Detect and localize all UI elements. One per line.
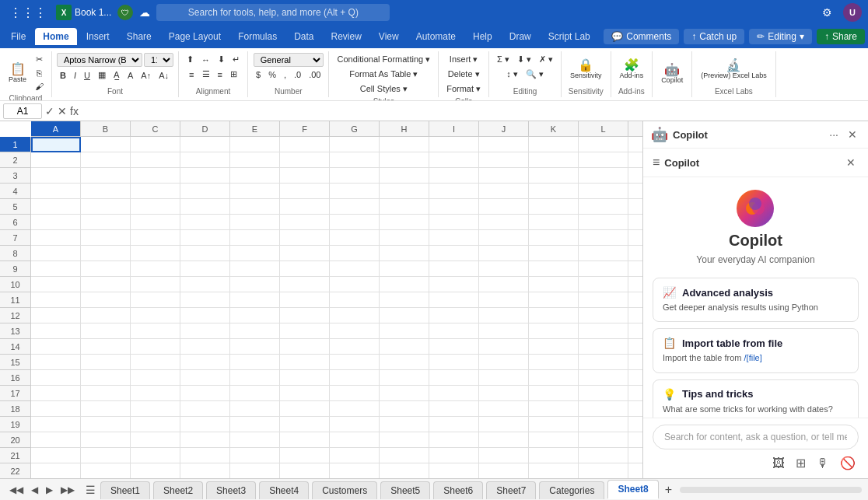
suggestion-card-2[interactable]: 💡 Tips and tricks What are some tricks f…	[653, 379, 859, 418]
cell-17-10[interactable]	[529, 386, 579, 401]
cell-22-7[interactable]	[380, 463, 429, 478]
cell-21-6[interactable]	[330, 448, 380, 463]
cell-14-11[interactable]	[579, 339, 628, 355]
cell-21-2[interactable]	[131, 448, 180, 463]
cell-18-9[interactable]	[479, 401, 529, 417]
cell-15-4[interactable]	[230, 355, 280, 370]
cell-2-6[interactable]	[330, 152, 380, 168]
cell-17-6[interactable]	[330, 386, 380, 401]
cell-14-9[interactable]	[479, 339, 529, 355]
cell-2-7[interactable]	[380, 152, 429, 168]
tab-view[interactable]: View	[371, 28, 407, 45]
cell-7-8[interactable]	[429, 230, 479, 246]
row-header-21[interactable]: 21	[0, 448, 30, 463]
cell-16-12[interactable]	[628, 370, 642, 386]
tab-home[interactable]: Home	[35, 28, 76, 45]
tab-script-lab[interactable]: Script Lab	[541, 28, 598, 45]
cell-1-7[interactable]	[380, 137, 429, 152]
col-header-c[interactable]: C	[131, 121, 180, 136]
row-header-4[interactable]: 4	[0, 184, 30, 199]
cell-15-11[interactable]	[579, 355, 628, 370]
cell-18-3[interactable]	[180, 401, 230, 417]
cell-7-0[interactable]	[31, 230, 81, 246]
cell-19-11[interactable]	[579, 417, 628, 432]
col-header-m[interactable]: M	[628, 121, 642, 136]
sensitivity-button[interactable]: 🔒Sensitivity	[566, 57, 606, 82]
cell-22-4[interactable]	[230, 463, 280, 478]
cell-9-1[interactable]	[81, 261, 131, 277]
cell-12-3[interactable]	[180, 308, 230, 323]
cell-19-7[interactable]	[380, 417, 429, 432]
cell-15-10[interactable]	[529, 355, 579, 370]
cell-8-11[interactable]	[579, 246, 628, 261]
row-header-9[interactable]: 9	[0, 261, 30, 277]
cell-18-12[interactable]	[628, 401, 642, 417]
row-header-13[interactable]: 13	[0, 323, 30, 339]
cell-13-8[interactable]	[429, 323, 479, 339]
row-header-6[interactable]: 6	[0, 215, 30, 230]
copilot-table-btn[interactable]: ⊞	[793, 454, 809, 472]
cell-14-0[interactable]	[31, 339, 81, 355]
cell-16-3[interactable]	[180, 370, 230, 386]
cell-16-9[interactable]	[479, 370, 529, 386]
cell-11-5[interactable]	[280, 292, 330, 308]
cell-7-5[interactable]	[280, 230, 330, 246]
cell-13-6[interactable]	[330, 323, 380, 339]
cell-7-11[interactable]	[579, 230, 628, 246]
cell-22-10[interactable]	[529, 463, 579, 478]
cell-15-6[interactable]	[330, 355, 380, 370]
cell-5-8[interactable]	[429, 199, 479, 215]
copilot-stop-btn[interactable]: 🚫	[837, 454, 859, 472]
cell-2-11[interactable]	[579, 152, 628, 168]
cell-8-6[interactable]	[330, 246, 380, 261]
delete-cell-button[interactable]: Delete ▾	[445, 68, 483, 81]
cell-8-5[interactable]	[280, 246, 330, 261]
align-top-button[interactable]: ⬆	[184, 53, 197, 66]
fill-color-button[interactable]: A̲	[110, 68, 123, 82]
cell-5-7[interactable]	[380, 199, 429, 215]
catchup-button[interactable]: ↑ Catch up	[684, 29, 744, 44]
cell-6-6[interactable]	[330, 215, 380, 230]
cell-8-0[interactable]	[31, 246, 81, 261]
cell-1-5[interactable]	[280, 137, 330, 152]
cell-13-3[interactable]	[180, 323, 230, 339]
cell-1-0[interactable]	[31, 137, 81, 152]
cell-9-5[interactable]	[280, 261, 330, 277]
cell-11-2[interactable]	[131, 292, 180, 308]
cell-9-3[interactable]	[180, 261, 230, 277]
cell-1-8[interactable]	[429, 137, 479, 152]
cell-19-1[interactable]	[81, 417, 131, 432]
cell-4-10[interactable]	[529, 184, 579, 199]
cell-20-3[interactable]	[180, 432, 230, 448]
percent-button[interactable]: %	[265, 68, 279, 81]
cell-11-0[interactable]	[31, 292, 81, 308]
cell-20-9[interactable]	[479, 432, 529, 448]
cell-20-10[interactable]	[529, 432, 579, 448]
row-header-5[interactable]: 5	[0, 199, 30, 215]
format-cell-button[interactable]: Format ▾	[443, 82, 484, 96]
cell-14-4[interactable]	[230, 339, 280, 355]
cell-14-3[interactable]	[180, 339, 230, 355]
cell-2-10[interactable]	[529, 152, 579, 168]
cell-21-11[interactable]	[579, 448, 628, 463]
cell-9-11[interactable]	[579, 261, 628, 277]
cell-17-4[interactable]	[230, 386, 280, 401]
cell-15-12[interactable]	[628, 355, 642, 370]
formula-input[interactable]	[82, 104, 865, 118]
sheet-tab-sheet5[interactable]: Sheet5	[380, 481, 430, 499]
cell-14-1[interactable]	[81, 339, 131, 355]
cell-19-12[interactable]	[628, 417, 642, 432]
clear-button[interactable]: ✗ ▾	[536, 53, 556, 66]
conditional-formatting-button[interactable]: Conditional Formatting ▾	[334, 53, 433, 66]
cell-22-6[interactable]	[330, 463, 380, 478]
cell-9-4[interactable]	[230, 261, 280, 277]
decrease-font-button[interactable]: A↓	[156, 69, 172, 82]
copilot-search-input[interactable]	[653, 425, 859, 449]
cell-18-11[interactable]	[579, 401, 628, 417]
cell-3-4[interactable]	[230, 168, 280, 184]
cell-1-6[interactable]	[330, 137, 380, 152]
cell-15-1[interactable]	[81, 355, 131, 370]
cell-13-10[interactable]	[529, 323, 579, 339]
cell-17-7[interactable]	[380, 386, 429, 401]
title-search-input[interactable]	[156, 4, 390, 21]
